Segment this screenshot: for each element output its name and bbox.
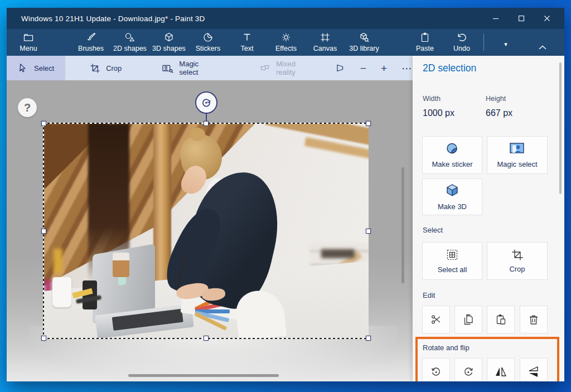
3d-library-icon — [359, 32, 370, 43]
undo-button[interactable]: Undo — [443, 29, 480, 56]
3d-library-button[interactable]: 3D library — [345, 29, 384, 56]
canvas-shape-icon[interactable] — [335, 63, 346, 73]
flip-horizontal-icon — [494, 365, 507, 379]
select-toolbar: Select Crop Magic select Mixed reality −… — [7, 56, 413, 80]
make-sticker-button[interactable]: Make sticker — [422, 136, 482, 174]
flip-horizontal-button[interactable] — [487, 358, 515, 381]
minimize-button[interactable] — [483, 8, 509, 29]
collapse-ribbon-button[interactable] — [524, 42, 561, 56]
crop-button[interactable]: Crop — [487, 242, 548, 280]
paste-icon — [495, 313, 507, 326]
zoom-in-button[interactable]: + — [381, 63, 387, 74]
menu-button[interactable]: Menu — [11, 29, 46, 56]
photo-image — [43, 123, 369, 338]
rotate-handle[interactable] — [195, 91, 217, 114]
cut-icon — [430, 313, 442, 326]
effects-label: Effects — [275, 45, 297, 52]
stickers-button[interactable]: Stickers — [188, 29, 228, 56]
magic-select-photo-icon — [509, 142, 526, 156]
brushes-button[interactable]: Brushes — [71, 29, 110, 56]
select-all-label: Select all — [438, 265, 467, 274]
width-label: Width — [423, 95, 441, 103]
main-toolbar: Menu Brushes 2D shapes 3D shapes Sticker… — [7, 29, 564, 56]
canvas-vertical-scrollbar[interactable] — [401, 167, 404, 283]
resize-handle-top-middle[interactable] — [204, 121, 209, 126]
3d-shapes-button[interactable]: 3D shapes — [149, 29, 188, 56]
rotate-counterclockwise-icon — [429, 365, 443, 379]
3d-cube-icon — [163, 32, 175, 43]
resize-handle-middle-right[interactable] — [366, 229, 371, 234]
crop-tool-label: Crop — [106, 64, 122, 72]
toolbar-separator — [483, 34, 484, 51]
toolbar-right-group: Paste Undo ▾ — [407, 29, 561, 56]
make-3d-label: Make 3D — [438, 202, 467, 211]
undo-label: Undo — [453, 45, 470, 52]
copy-icon — [462, 313, 475, 326]
rotate-icon — [200, 96, 213, 109]
width-value: 1000 px — [423, 108, 454, 118]
rotate-counterclockwise-button[interactable] — [422, 358, 450, 381]
make-sticker-label: Make sticker — [432, 160, 473, 168]
menu-folder-icon — [23, 32, 34, 43]
help-button[interactable]: ? — [18, 98, 37, 117]
flip-vertical-icon — [527, 365, 540, 379]
text-icon — [241, 32, 253, 43]
paste-edit-button[interactable] — [487, 306, 515, 333]
2d-shapes-button[interactable]: 2D shapes — [110, 29, 149, 56]
select-tool-button[interactable]: Select — [7, 56, 65, 80]
copy-button[interactable] — [454, 306, 482, 333]
text-button[interactable]: Text — [228, 29, 267, 56]
stickers-label: Stickers — [196, 45, 220, 52]
select-all-button[interactable]: Select all — [422, 242, 482, 280]
canvas-button[interactable]: Canvas — [306, 29, 345, 56]
selection-region[interactable] — [43, 123, 369, 338]
mixed-reality-icon — [259, 63, 270, 73]
close-icon — [544, 15, 550, 22]
resize-handle-bottom-left[interactable] — [41, 336, 46, 341]
rotate-clockwise-icon — [462, 365, 475, 379]
magic-select-tool-label: Magic select — [179, 60, 218, 76]
delete-icon — [528, 313, 540, 326]
zoom-out-button[interactable]: − — [360, 63, 366, 74]
maximize-button[interactable] — [509, 8, 534, 29]
height-value: 667 px — [486, 108, 512, 118]
mixed-reality-tool-button[interactable]: Mixed reality — [250, 56, 325, 80]
more-options-button[interactable]: ⋯ — [401, 63, 413, 74]
undo-arrow-icon — [456, 32, 467, 43]
rotate-clockwise-button[interactable] — [454, 358, 482, 381]
resize-handle-top-left[interactable] — [41, 121, 46, 126]
canvas-label: Canvas — [313, 45, 337, 52]
magic-select-button[interactable]: Magic select — [487, 136, 548, 174]
resize-handle-middle-left[interactable] — [41, 229, 46, 234]
resize-handle-top-right[interactable] — [366, 121, 371, 126]
sticker-icon — [202, 32, 214, 43]
paste-label: Paste — [416, 45, 434, 52]
flip-vertical-button[interactable] — [520, 358, 548, 381]
delete-button[interactable] — [520, 306, 548, 333]
edit-section-label: Edit — [423, 291, 435, 299]
make-3d-button[interactable]: Make 3D — [422, 178, 482, 215]
resize-handle-bottom-right[interactable] — [366, 336, 371, 341]
canvas-frame-icon — [320, 32, 331, 43]
effects-button[interactable]: Effects — [267, 29, 306, 56]
canvas-horizontal-scrollbar[interactable] — [128, 374, 279, 377]
2d-shapes-label: 2D shapes — [113, 45, 147, 52]
cut-button[interactable] — [422, 306, 450, 333]
desktop-background: Windows 10 21H1 Update - Download.jpg* -… — [0, 0, 571, 392]
undo-dropdown-button[interactable]: ▾ — [487, 38, 524, 56]
select-tool-label: Select — [34, 64, 54, 72]
cursor-icon — [18, 63, 28, 74]
panel-scrollbar[interactable] — [559, 62, 562, 194]
magic-select-icon — [162, 63, 173, 74]
brushes-label: Brushes — [78, 45, 104, 52]
crop-tool-button[interactable]: Crop — [81, 56, 130, 80]
close-button[interactable] — [534, 8, 560, 29]
paste-button[interactable]: Paste — [407, 29, 443, 56]
magic-select-tool-button[interactable]: Magic select — [153, 56, 227, 80]
canvas-workspace[interactable]: ? — [7, 80, 413, 381]
maximize-icon — [518, 15, 525, 22]
select-section-label: Select — [423, 226, 443, 234]
titlebar[interactable]: Windows 10 21H1 Update - Download.jpg* -… — [7, 8, 564, 29]
resize-handle-bottom-middle[interactable] — [204, 336, 209, 341]
view-tools: − + ⋯ — [335, 63, 413, 74]
